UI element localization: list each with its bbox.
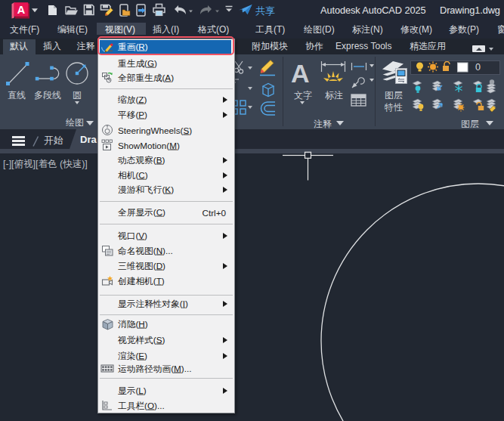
svg-text:A: A [17, 4, 26, 16]
